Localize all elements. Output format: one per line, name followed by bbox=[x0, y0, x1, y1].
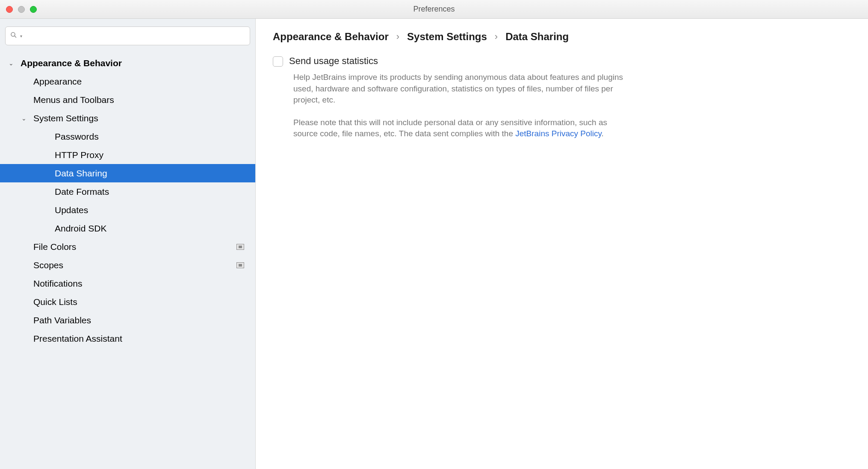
search-input[interactable] bbox=[25, 32, 245, 41]
breadcrumb: Appearance & Behavior › System Settings … bbox=[273, 31, 851, 43]
sidebar-item-label: Android SDK bbox=[55, 223, 106, 234]
sidebar-item-presentation-assistant[interactable]: Presentation Assistant bbox=[0, 329, 255, 348]
send-usage-statistics-label: Send usage statistics bbox=[289, 56, 378, 67]
svg-point-0 bbox=[11, 32, 15, 36]
sidebar-item-label: File Colors bbox=[33, 242, 76, 252]
usage-statistics-privacy-note: Please note that this will not include p… bbox=[293, 117, 627, 140]
search-wrap: ▾ bbox=[0, 19, 255, 50]
sidebar-item-appearance-behavior[interactable]: ⌄Appearance & Behavior bbox=[0, 54, 255, 72]
project-level-settings-icon bbox=[236, 244, 244, 250]
search-options-caret-icon[interactable]: ▾ bbox=[20, 34, 22, 38]
window-title: Preferences bbox=[0, 5, 868, 14]
project-level-settings-icon bbox=[236, 262, 244, 268]
sidebar-item-passwords[interactable]: Passwords bbox=[0, 127, 255, 146]
sidebar-item-scopes[interactable]: Scopes bbox=[0, 256, 255, 274]
breadcrumb-item: Data Sharing bbox=[505, 31, 569, 43]
search-icon bbox=[10, 31, 18, 41]
sidebar-item-label: System Settings bbox=[33, 113, 98, 123]
sidebar-item-updates[interactable]: Updates bbox=[0, 201, 255, 219]
sidebar-item-label: HTTP Proxy bbox=[55, 150, 103, 160]
sidebar-item-path-variables[interactable]: Path Variables bbox=[0, 311, 255, 329]
sidebar-item-file-colors[interactable]: File Colors bbox=[0, 237, 255, 256]
breadcrumb-item: Appearance & Behavior bbox=[273, 31, 389, 43]
breadcrumb-separator-icon: › bbox=[396, 31, 399, 42]
breadcrumb-item: System Settings bbox=[407, 31, 487, 43]
chevron-down-icon[interactable]: ⌄ bbox=[9, 60, 21, 67]
sidebar-item-label: Passwords bbox=[55, 132, 99, 142]
sidebar-item-appearance[interactable]: Appearance bbox=[0, 72, 255, 91]
sidebar-item-label: Notifications bbox=[33, 278, 82, 289]
sidebar-item-android-sdk[interactable]: Android SDK bbox=[0, 219, 255, 237]
privacy-policy-link[interactable]: JetBrains Privacy Policy bbox=[515, 129, 601, 138]
breadcrumb-separator-icon: › bbox=[495, 31, 498, 42]
preferences-window: Preferences ▾ ⌄Appearance & BehaviorAppe… bbox=[0, 0, 868, 469]
preferences-tree: ⌄Appearance & BehaviorAppearanceMenus an… bbox=[0, 50, 255, 469]
sidebar-item-label: Date Formats bbox=[55, 187, 109, 197]
sidebar-item-label: Data Sharing bbox=[55, 168, 107, 179]
send-usage-statistics-row: Send usage statistics bbox=[273, 56, 851, 67]
sidebar-item-label: Menus and Toolbars bbox=[33, 95, 114, 105]
titlebar: Preferences bbox=[0, 0, 868, 19]
chevron-down-icon[interactable]: ⌄ bbox=[21, 115, 33, 122]
sidebar-item-system-settings[interactable]: ⌄System Settings bbox=[0, 109, 255, 127]
sidebar-item-quick-lists[interactable]: Quick Lists bbox=[0, 293, 255, 311]
sidebar-item-label: Path Variables bbox=[33, 315, 91, 325]
sidebar-item-label: Presentation Assistant bbox=[33, 334, 122, 344]
sidebar-item-label: Appearance bbox=[33, 76, 82, 87]
preferences-content: Appearance & Behavior › System Settings … bbox=[256, 19, 868, 469]
privacy-note-suffix: . bbox=[602, 129, 604, 138]
svg-line-1 bbox=[15, 36, 16, 38]
sidebar-item-http-proxy[interactable]: HTTP Proxy bbox=[0, 146, 255, 164]
sidebar-item-label: Scopes bbox=[33, 260, 63, 270]
preferences-sidebar: ▾ ⌄Appearance & BehaviorAppearanceMenus … bbox=[0, 19, 256, 469]
sidebar-item-data-sharing[interactable]: Data Sharing bbox=[0, 164, 255, 182]
sidebar-item-label: Appearance & Behavior bbox=[21, 58, 122, 68]
sidebar-item-menus-and-toolbars[interactable]: Menus and Toolbars bbox=[0, 91, 255, 109]
sidebar-item-label: Quick Lists bbox=[33, 297, 77, 307]
sidebar-item-date-formats[interactable]: Date Formats bbox=[0, 182, 255, 201]
search-box[interactable]: ▾ bbox=[5, 26, 250, 45]
window-body: ▾ ⌄Appearance & BehaviorAppearanceMenus … bbox=[0, 19, 868, 469]
usage-statistics-description: Help JetBrains improve its products by s… bbox=[293, 72, 627, 106]
sidebar-item-notifications[interactable]: Notifications bbox=[0, 274, 255, 293]
send-usage-statistics-checkbox[interactable] bbox=[273, 56, 283, 67]
sidebar-item-label: Updates bbox=[55, 205, 88, 215]
